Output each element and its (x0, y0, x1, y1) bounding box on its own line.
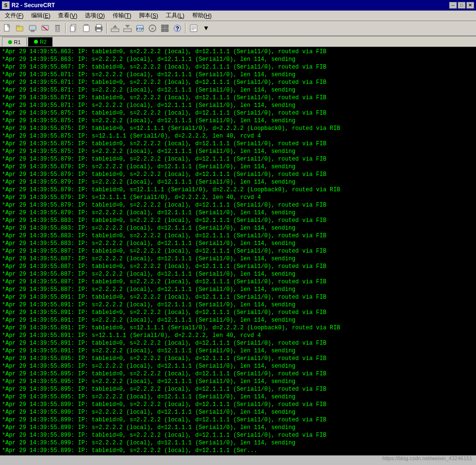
svg-marker-20 (113, 25, 117, 28)
terminal-line: *Apr 29 14:39:55.863: IP: s=2.2.2.2 (loc… (2, 56, 474, 63)
toolbar-open[interactable] (14, 23, 26, 34)
terminal-line: *Apr 29 14:39:55.891: IP: tableid=0, s=2… (2, 293, 474, 301)
svg-rect-9 (56, 26, 59, 32)
svg-rect-13 (70, 26, 75, 32)
svg-rect-15 (83, 25, 89, 32)
terminal-line: *Apr 29 14:39:55.871: IP: s=2.2.2.2 (loc… (2, 71, 474, 79)
toolbar-script-run[interactable] (188, 23, 199, 34)
terminal-line: *Apr 29 14:39:55.871: IP: tableid=0, s=2… (2, 94, 474, 102)
minimize-button[interactable]: ─ (449, 2, 457, 9)
terminal-line: *Apr 29 14:39:55.899: IP: tableid=0, s=2… (2, 416, 474, 424)
menu-file[interactable]: 文件(F) (1, 11, 27, 21)
terminal-line: *Apr 29 14:39:55.871: IP: s=2.2.2.2 (loc… (2, 86, 474, 94)
toolbar-sftp[interactable]: FTP (134, 23, 146, 34)
tab-r1-label: R1 (14, 39, 21, 45)
terminal-line: *Apr 29 14:39:55.879: IP: s=12.1.1.1 (Se… (2, 194, 474, 201)
tab-r1-indicator (8, 40, 12, 44)
terminal-line: *Apr 29 14:39:55.891: IP: s=2.2.2.2 (loc… (2, 316, 474, 324)
terminal-line: *Apr 29 14:39:55.895: IP: tableid=0, s=2… (2, 370, 474, 378)
terminal-line: *Apr 29 14:39:55.887: IP: tableid=0, s=2… (2, 247, 474, 255)
toolbar-sep-2 (106, 23, 107, 34)
menu-tools[interactable]: 工具(L) (162, 11, 188, 21)
toolbar-delete[interactable] (52, 23, 63, 34)
svg-rect-30 (165, 29, 168, 32)
terminal-line: *Apr 29 14:39:55.891: IP: s=2.2.2.2 (loc… (2, 301, 474, 309)
terminal-line: *Apr 29 14:39:55.895: IP: s=2.2.2.2 (loc… (2, 378, 474, 385)
terminal-line: *Apr 29 14:39:55.879: IP: tableid=0, s=1… (2, 186, 474, 194)
toolbar: FTP ✕ ? ▼ (0, 21, 476, 36)
svg-rect-19 (111, 29, 119, 32)
svg-marker-22 (125, 25, 130, 28)
toolbar-dropdown[interactable]: ▼ (200, 23, 212, 34)
terminal-line: *Apr 29 14:39:55.895: IP: tableid=0, s=2… (2, 385, 474, 393)
menu-options[interactable]: 选项(O) (81, 11, 108, 21)
tab-r2[interactable]: R2 (28, 37, 53, 46)
terminal-line: *Apr 29 14:39:55.891: IP: s=12.1.1.1 (Se… (2, 332, 474, 339)
terminal-line: *Apr 29 14:39:55.891: IP: tableid=0, s=1… (2, 324, 474, 332)
svg-text:✕: ✕ (151, 26, 154, 32)
terminal-line: *Apr 29 14:39:55.875: IP: s=12.1.1.1 (Se… (2, 132, 474, 140)
terminal-line: *Apr 29 14:39:55.899: IP: s=2.2.2.2 (loc… (2, 439, 474, 447)
terminal-line: *Apr 29 14:39:55.887: IP: s=2.2.2.2 (loc… (2, 255, 474, 263)
terminal-line: *Apr 29 14:39:55.879: IP: tableid=0, s=2… (2, 201, 474, 209)
toolbar-sep-1 (65, 23, 66, 34)
terminal-line: *Apr 29 14:39:55.887: IP: s=2.2.2.2 (loc… (2, 270, 474, 278)
terminal-line: *Apr 29 14:39:55.879: IP: s=2.2.2.2 (loc… (2, 163, 474, 171)
close-button[interactable]: ✕ (466, 2, 474, 9)
terminal-line: *Apr 29 14:39:55.895: IP: s=2.2.2.2 (loc… (2, 362, 474, 370)
svg-rect-18 (96, 29, 101, 32)
menu-view[interactable]: 查看(V) (54, 11, 81, 21)
toolbar-help[interactable]: ? (172, 23, 183, 34)
svg-text:FTP: FTP (137, 27, 144, 31)
menu-edit[interactable]: 编辑(E) (27, 11, 54, 21)
terminal-line: *Apr 29 14:39:55.899: IP: tableid=0, s=2… (2, 447, 474, 454)
svg-rect-27 (162, 25, 164, 28)
terminal-line: *Apr 29 14:39:55.883: IP: tableid=0, s=2… (2, 217, 474, 224)
menu-script[interactable]: 脚本(S) (135, 11, 162, 21)
toolbar-download[interactable] (122, 23, 133, 34)
menu-bar: 文件(F) 编辑(E) 查看(V) 选项(O) 传输(T) 脚本(S) 工具(L… (0, 11, 476, 21)
svg-rect-28 (165, 25, 168, 28)
terminal-line: *Apr 29 14:39:55.871: IP: tableid=0, s=2… (2, 79, 474, 86)
tab-r2-indicator (34, 40, 38, 44)
terminal-line: *Apr 29 14:39:55.875: IP: tableid=0, s=2… (2, 140, 474, 148)
tabs-bar: R1 R2 (0, 36, 476, 47)
toolbar-keymap[interactable]: ✕ (147, 23, 158, 34)
toolbar-settings[interactable] (159, 23, 171, 34)
window-title: R2 - SecureCRT (12, 2, 449, 9)
toolbar-connect[interactable] (27, 23, 38, 34)
terminal-line: *Apr 29 14:39:55.879: IP: s=2.2.2.2 (loc… (2, 178, 474, 186)
terminal-line: *Apr 29 14:39:55.891: IP: tableid=0, s=2… (2, 339, 474, 347)
toolbar-paste[interactable] (81, 23, 92, 34)
app-icon: S (2, 1, 10, 9)
toolbar-sep-3 (185, 23, 186, 34)
toolbar-copy[interactable] (68, 23, 80, 34)
toolbar-print[interactable] (93, 23, 104, 34)
toolbar-disconnect[interactable] (39, 23, 51, 34)
tab-r1[interactable]: R1 (2, 37, 27, 46)
svg-rect-17 (96, 24, 101, 27)
terminal-line: *Apr 29 14:39:55.895: IP: tableid=0, s=2… (2, 355, 474, 362)
terminal-line: *Apr 29 14:39:55.887: IP: tableid=0, s=2… (2, 263, 474, 270)
title-bar: S R2 - SecureCRT ─ □ ✕ (0, 0, 476, 11)
terminal-output[interactable]: *Apr 29 14:39:55.863: IP: tableid=0, s=2… (0, 47, 476, 455)
svg-rect-29 (162, 29, 164, 32)
menu-transfer[interactable]: 传输(T) (109, 11, 135, 21)
terminal-line: *Apr 29 14:39:55.875: IP: tableid=0, s=2… (2, 109, 474, 117)
terminal-line: *Apr 29 14:39:55.867: IP: tableid=0, s=2… (2, 63, 474, 71)
svg-rect-4 (29, 25, 36, 30)
terminal-line: *Apr 29 14:39:55.875: IP: tableid=0, s=1… (2, 125, 474, 132)
terminal-line: *Apr 29 14:39:55.879: IP: tableid=0, s=2… (2, 171, 474, 178)
menu-help[interactable]: 帮助(H) (188, 11, 216, 21)
watermark: https://blog.csdn.net/weixin_43246151 (383, 455, 472, 461)
maximize-button[interactable]: □ (458, 2, 465, 9)
terminal-line: *Apr 29 14:39:55.871: IP: s=2.2.2.2 (loc… (2, 102, 474, 109)
terminal-line: *Apr 29 14:39:55.883: IP: s=2.2.2.2 (loc… (2, 240, 474, 247)
window-controls[interactable]: ─ □ ✕ (449, 2, 474, 9)
terminal-line: *Apr 29 14:39:55.875: IP: s=2.2.2.2 (loc… (2, 148, 474, 155)
toolbar-upload[interactable] (109, 23, 121, 34)
tab-r2-label: R2 (40, 39, 46, 45)
terminal-line: *Apr 29 14:39:55.899: IP: tableid=0, s=2… (2, 401, 474, 408)
terminal-line: *Apr 29 14:39:55.895: IP: s=2.2.2.2 (loc… (2, 393, 474, 401)
toolbar-new[interactable] (2, 23, 13, 34)
